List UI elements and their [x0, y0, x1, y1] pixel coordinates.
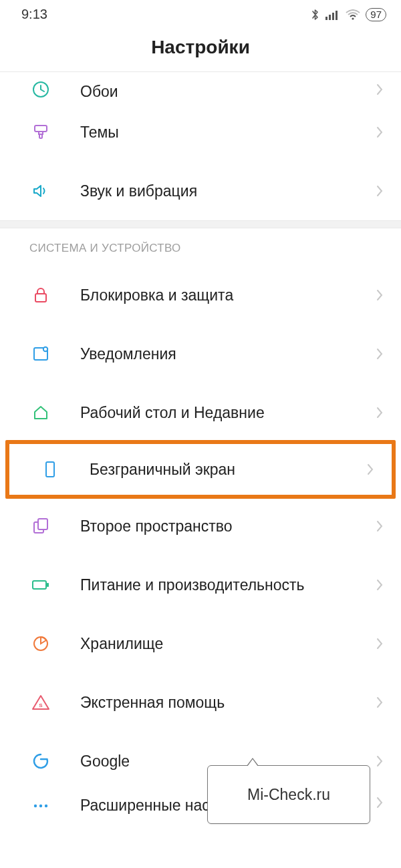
chevron-right-icon [376, 519, 384, 533]
clock-icon [29, 80, 52, 103]
settings-item-fullscreen[interactable]: Безграничный экран [5, 440, 396, 499]
warning-icon: S [29, 693, 52, 712]
settings-item-label: Блокировка и защита [80, 286, 376, 305]
settings-item-home[interactable]: Рабочий стол и Недавние [0, 383, 401, 442]
svg-rect-9 [35, 294, 46, 302]
chevron-right-icon [376, 406, 384, 419]
dual-screen-icon [29, 517, 52, 535]
settings-item-label: Хранилище [80, 634, 376, 654]
settings-list: Обои Темы Звук и вибрация СИСТЕМА И УСТР… [0, 71, 401, 821]
svg-point-19 [34, 805, 37, 807]
chevron-right-icon [376, 288, 384, 302]
settings-item-label: Рабочий стол и Недавние [80, 403, 376, 423]
settings-item-power[interactable]: Питание и производительность [0, 556, 401, 614]
svg-rect-15 [33, 581, 46, 589]
svg-rect-14 [38, 519, 47, 529]
chevron-right-icon [376, 347, 384, 361]
svg-point-20 [39, 805, 42, 807]
settings-item-label: Безграничный экран [90, 460, 366, 479]
chevron-right-icon [376, 754, 384, 768]
svg-rect-3 [336, 11, 338, 20]
svg-point-4 [352, 17, 354, 19]
settings-item-notifications[interactable]: Уведомления [0, 324, 401, 383]
phone-icon [39, 460, 61, 479]
settings-item-label: Второе пространство [80, 517, 376, 536]
chevron-right-icon [376, 184, 384, 198]
chevron-right-icon [366, 463, 374, 476]
svg-rect-6 [35, 126, 47, 132]
pie-chart-icon [29, 634, 52, 653]
svg-rect-0 [325, 17, 327, 20]
settings-item-label: Обои [80, 82, 376, 103]
settings-item-label: Звук и вибрация [80, 182, 376, 201]
settings-item-label: Темы [80, 123, 376, 142]
lock-icon [29, 286, 52, 304]
battery-icon [29, 576, 52, 594]
brush-icon [29, 123, 52, 142]
speaker-icon [29, 182, 52, 200]
status-bar: 9:13 97 [0, 0, 401, 25]
status-indicators: 97 [311, 8, 386, 21]
home-icon [29, 403, 52, 422]
settings-item-themes[interactable]: Темы [0, 103, 401, 162]
watermark-tooltip: Mi-Check.ru [207, 765, 370, 824]
section-divider [0, 220, 401, 228]
settings-item-wallpaper[interactable]: Обои [0, 72, 401, 103]
settings-item-sos[interactable]: S Экстренная помощь [0, 673, 401, 732]
svg-rect-1 [329, 15, 331, 20]
chevron-right-icon [376, 126, 384, 139]
settings-item-second-space[interactable]: Второе пространство [0, 497, 401, 556]
svg-text:S: S [39, 702, 43, 708]
chevron-right-icon [376, 637, 384, 650]
svg-rect-12 [46, 462, 54, 477]
page-title: Настройки [0, 25, 401, 71]
settings-item-sound[interactable]: Звук и вибрация [0, 162, 401, 220]
settings-item-label: Питание и производительность [80, 576, 376, 595]
settings-item-storage[interactable]: Хранилище [0, 614, 401, 673]
svg-point-21 [45, 805, 47, 807]
bluetooth-icon [311, 8, 320, 21]
svg-rect-16 [47, 583, 49, 587]
chevron-right-icon [376, 83, 384, 103]
status-time: 9:13 [21, 7, 47, 22]
section-header-system: СИСТЕМА И УСТРОЙСТВО [0, 228, 401, 266]
svg-point-11 [43, 347, 47, 351]
settings-item-label: Уведомления [80, 345, 376, 364]
google-icon [29, 752, 52, 771]
svg-rect-8 [39, 134, 42, 138]
chevron-right-icon [376, 578, 384, 592]
wifi-icon [346, 9, 360, 20]
watermark-text: Mi-Check.ru [247, 786, 330, 804]
more-icon [29, 803, 52, 809]
settings-item-label: Экстренная помощь [80, 693, 376, 712]
signal-icon [325, 9, 340, 20]
chevron-right-icon [376, 796, 384, 816]
notification-icon [29, 345, 52, 363]
chevron-right-icon [376, 696, 384, 709]
settings-item-lock[interactable]: Блокировка и защита [0, 266, 401, 324]
battery-indicator: 97 [366, 8, 386, 21]
svg-rect-2 [332, 13, 334, 20]
